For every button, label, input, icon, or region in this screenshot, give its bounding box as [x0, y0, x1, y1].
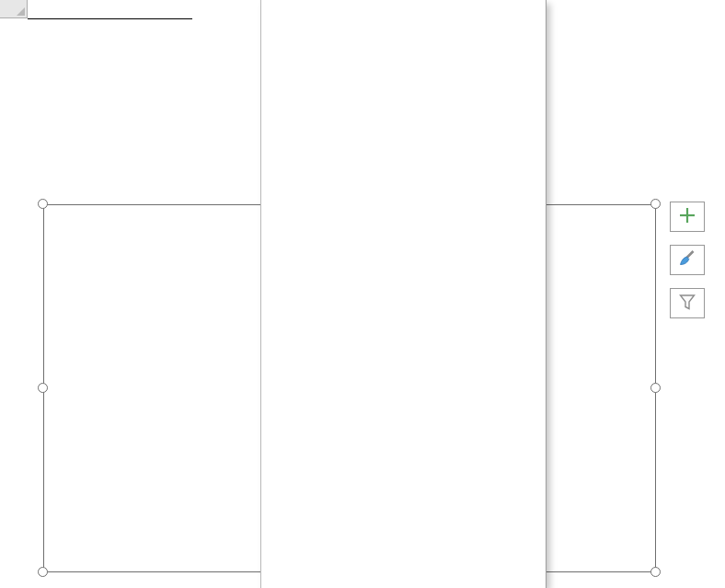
context-menu	[260, 0, 547, 588]
excel-worksheet	[0, 0, 725, 588]
chart-styles-button[interactable]	[670, 245, 705, 275]
chart-resize-handle-bottom-right[interactable]	[650, 567, 661, 577]
chart-filters-button[interactable]	[670, 288, 705, 318]
chart-resize-handle-top-right[interactable]	[650, 199, 661, 209]
funnel-icon	[677, 292, 697, 316]
chart-resize-handle-top-left[interactable]	[38, 199, 48, 209]
chart-resize-handle-bottom-left[interactable]	[38, 567, 48, 577]
chart-resize-handle-mid-left[interactable]	[38, 383, 48, 393]
chart-side-buttons	[670, 202, 705, 331]
plus-icon	[677, 205, 697, 229]
chart-resize-handle-mid-right[interactable]	[650, 383, 661, 393]
sales-table	[28, 18, 192, 19]
select-all-triangle-icon	[17, 7, 25, 16]
chart-elements-button[interactable]	[670, 202, 705, 232]
brush-icon	[677, 248, 697, 272]
select-all-corner[interactable]	[0, 0, 28, 18]
